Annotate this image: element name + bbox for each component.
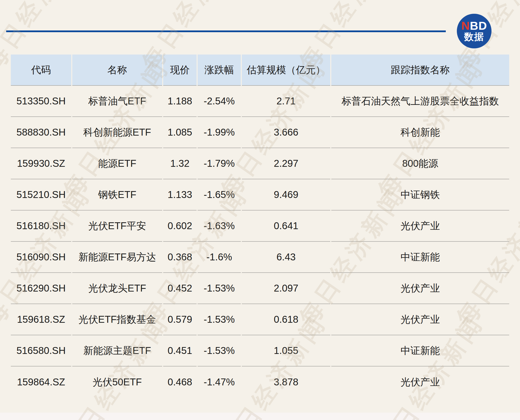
table-cell-name: 能源ETF (72, 148, 162, 179)
table-cell-code: 516580.SH (11, 335, 71, 366)
table-row: 588830.SH科创新能源ETF1.085-1.99%3.666科创新能 (11, 117, 509, 148)
table-cell-index: 光伏产业 (331, 210, 509, 242)
table-cell-change: -1.79% (198, 148, 241, 179)
col-header-change: 涨跌幅 (198, 55, 241, 86)
table-row: 159930.SZ能源ETF1.32-1.79%2.297800能源 (11, 148, 509, 179)
table-cell-name: 光伏ETF平安 (72, 210, 162, 242)
table-cell-code: 516290.SH (11, 273, 71, 304)
table-cell-index: 光伏产业 (331, 273, 509, 304)
table-cell-change: -1.99% (198, 117, 241, 148)
table-cell-change: -2.54% (198, 86, 241, 117)
table-cell-name: 科创新能源ETF (72, 117, 162, 148)
table-cell-index: 标普石油天然气上游股票全收益指数 (331, 86, 509, 117)
table-cell-scale: 6.43 (242, 242, 330, 273)
table-cell-name: 光伏龙头ETF (72, 273, 162, 304)
table-cell-index: 科创新能 (331, 117, 509, 148)
table-cell-scale: 3.666 (242, 117, 330, 148)
table-cell-code: 516180.SH (11, 210, 71, 242)
col-header-scale: 估算规模（亿元） (242, 55, 330, 86)
table-cell-code: 159930.SZ (11, 148, 71, 179)
table-cell-price: 1.32 (163, 148, 197, 179)
table-cell-code: 516090.SH (11, 242, 71, 273)
table-cell-scale: 2.097 (242, 273, 330, 304)
table-cell-index: 光伏产业 (331, 304, 509, 335)
table-cell-name: 标普油气ETF (72, 86, 162, 117)
col-header-index: 跟踪指数名称 (331, 55, 509, 86)
table-cell-change: -1.65% (198, 179, 241, 210)
nbd-logo-subtext: 数据 (464, 31, 484, 42)
table-cell-scale: 0.618 (242, 304, 330, 335)
table-cell-price: 0.468 (163, 366, 197, 398)
table-row: 159864.SZ光伏50ETF0.468-1.47%3.878光伏产业 (11, 366, 509, 398)
etf-table: 代码 名称 现价 涨跌幅 估算规模（亿元） 跟踪指数名称 513350.SH标普… (10, 55, 510, 398)
table-cell-change: -1.53% (198, 304, 241, 335)
table-cell-name: 光伏50ETF (72, 366, 162, 398)
table-cell-price: 1.188 (163, 86, 197, 117)
table-cell-index: 中证新能 (331, 335, 509, 366)
col-header-price: 现价 (163, 55, 197, 86)
table-cell-price: 0.579 (163, 304, 197, 335)
table-cell-name: 新能源ETF易方达 (72, 242, 162, 273)
table-cell-change: -1.63% (198, 210, 241, 242)
table-cell-name: 光伏ETF指数基金 (72, 304, 162, 335)
table-body: 513350.SH标普油气ETF1.188-2.54%2.71标普石油天然气上游… (11, 86, 509, 398)
table-cell-index: 800能源 (331, 148, 509, 179)
table-cell-code: 588830.SH (11, 117, 71, 148)
table-cell-name: 钢铁ETF (72, 179, 162, 210)
table-cell-index: 中证新能 (331, 242, 509, 273)
table-cell-price: 0.452 (163, 273, 197, 304)
col-header-code: 代码 (11, 55, 71, 86)
etf-infographic: NBD 数据 代码 名称 现价 涨跌幅 估算规模（亿元） 跟踪指数名称 5133… (0, 0, 520, 420)
table-cell-change: -1.53% (198, 335, 241, 366)
table-cell-price: 0.451 (163, 335, 197, 366)
nbd-logo-letters-bd: BD (470, 19, 487, 32)
table-row: 513350.SH标普油气ETF1.188-2.54%2.71标普石油天然气上游… (11, 86, 509, 117)
table-cell-scale: 2.297 (242, 148, 330, 179)
table-row: 516580.SH新能源主题ETF0.451-1.53%1.055中证新能 (11, 335, 509, 366)
table-cell-index: 光伏产业 (331, 366, 509, 398)
table-cell-scale: 3.878 (242, 366, 330, 398)
table-cell-price: 0.368 (163, 242, 197, 273)
col-header-name: 名称 (72, 55, 162, 86)
table-header-row: 代码 名称 现价 涨跌幅 估算规模（亿元） 跟踪指数名称 (11, 55, 509, 86)
table-cell-change: -1.53% (198, 273, 241, 304)
table-row: 516290.SH光伏龙头ETF0.452-1.53%2.097光伏产业 (11, 273, 509, 304)
table-cell-change: -1.47% (198, 366, 241, 398)
table-cell-price: 1.133 (163, 179, 197, 210)
table-cell-scale: 1.055 (242, 335, 330, 366)
bottom-strip (0, 413, 520, 420)
table-cell-name: 新能源主题ETF (72, 335, 162, 366)
table-cell-code: 515210.SH (11, 179, 71, 210)
table-row: 516090.SH新能源ETF易方达0.368-1.6%6.43中证新能 (11, 242, 509, 273)
nbd-logo-text: NBD (461, 20, 487, 31)
table-cell-scale: 9.469 (242, 179, 330, 210)
table-cell-price: 0.602 (163, 210, 197, 242)
nbd-logo-letter-n: N (461, 19, 470, 32)
header-divider-line (6, 30, 446, 32)
table-cell-code: 513350.SH (11, 86, 71, 117)
table-cell-change: -1.6% (198, 242, 241, 273)
table-row: 159618.SZ光伏ETF指数基金0.579-1.53%0.618光伏产业 (11, 304, 509, 335)
nbd-logo: NBD 数据 (457, 14, 491, 48)
table-row: 516180.SH光伏ETF平安0.602-1.63%0.641光伏产业 (11, 210, 509, 242)
table-cell-code: 159618.SZ (11, 304, 71, 335)
table-cell-code: 159864.SZ (11, 366, 71, 398)
table-row: 515210.SH钢铁ETF1.133-1.65%9.469中证钢铁 (11, 179, 509, 210)
table-cell-scale: 0.641 (242, 210, 330, 242)
table-cell-index: 中证钢铁 (331, 179, 509, 210)
table-cell-scale: 2.71 (242, 86, 330, 117)
table-cell-price: 1.085 (163, 117, 197, 148)
